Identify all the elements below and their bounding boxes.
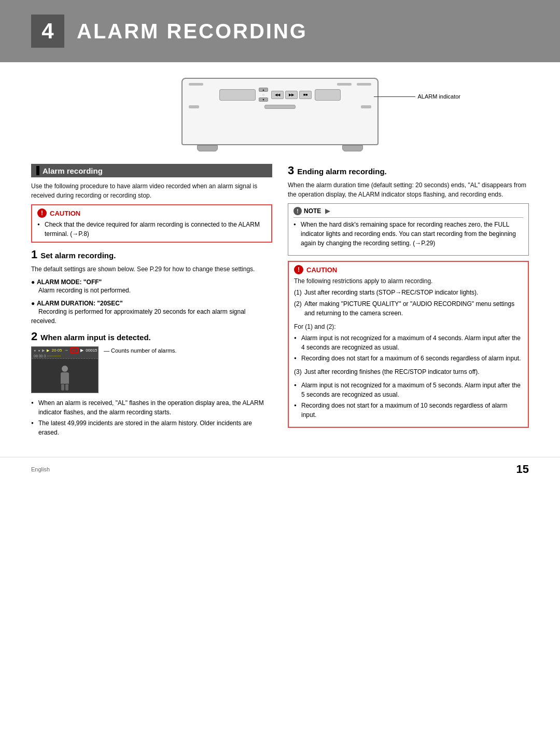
step2-label: When alarm input is detected. bbox=[40, 333, 151, 342]
step3-number: 3 bbox=[288, 164, 294, 177]
device-feet bbox=[181, 145, 379, 151]
page-content: ▲ ○ ▼ ◀◀ ▶▶ ■■ bbox=[0, 62, 560, 457]
for-1-2-bullet-2: Recording does not start for a maximum o… bbox=[294, 354, 523, 363]
for-1-2-bullets: Alarm input is not recognized for a maxi… bbox=[294, 333, 523, 363]
alarm-duration-bullet: ● bbox=[31, 300, 35, 307]
caution-list-1: Check that the device required for alarm… bbox=[37, 220, 266, 239]
caution2-item-3: (3) Just after recording finishes (the R… bbox=[294, 367, 523, 376]
alarm-mode-text: ALARM MODE: "OFF" bbox=[37, 278, 102, 286]
for-1-2-label: For (1) and (2): bbox=[294, 322, 523, 331]
step3-heading: 3 Ending alarm recording. bbox=[288, 164, 529, 177]
sil-legs bbox=[60, 384, 70, 390]
caution-label-1: CAUTION bbox=[50, 210, 80, 217]
caution-box-2: ! CAUTION The following restrictions app… bbox=[288, 261, 529, 428]
step2-bullets: When an alarm is received, "AL" flashes … bbox=[31, 398, 272, 437]
section-heading-text: Alarm recording bbox=[43, 166, 103, 175]
alarm-settings: ● ALARM MODE: "OFF" Alarm recording is n… bbox=[31, 278, 272, 326]
note-list: When the hard disk's remaining space for… bbox=[293, 220, 523, 248]
device-small-btn-left bbox=[189, 105, 199, 108]
right-column: 3 Ending alarm recording. When the alarm… bbox=[288, 164, 529, 433]
item3-bullet-2: Recording does not start for a maximum o… bbox=[294, 401, 523, 420]
note-icon: ! bbox=[293, 207, 302, 215]
step3-body: When the alarm duration time (default se… bbox=[288, 180, 529, 199]
step3-label: Ending alarm recording. bbox=[297, 167, 387, 176]
device-led-right2 bbox=[357, 83, 371, 86]
screen-body bbox=[32, 359, 98, 393]
caution2-text-3: Just after recording finishes (the REC/S… bbox=[304, 368, 479, 375]
step2-bullet-2: The latest 49,999 incidents are stored i… bbox=[31, 418, 272, 437]
caution-label-2: CAUTION bbox=[306, 266, 337, 274]
device-led-right1 bbox=[337, 83, 352, 86]
section-heading-alarm: Alarm recording bbox=[31, 164, 272, 177]
device-slot-right bbox=[315, 89, 341, 101]
counts-label-text: Counts number of alarms. bbox=[111, 347, 177, 354]
device-ctrl-btn2: ▶▶ bbox=[285, 91, 298, 99]
device-slot-left bbox=[219, 89, 256, 101]
caution-item-1: Check that the device required for alarm… bbox=[37, 220, 266, 239]
device-btn-group: ▲ ○ ▼ bbox=[259, 88, 268, 102]
screen-arrow: → bbox=[64, 348, 68, 353]
chapter-number: 4 bbox=[31, 15, 64, 48]
chapter-title: ALARM RECORDING bbox=[77, 20, 307, 43]
step2-heading: 2 When alarm input is detected. bbox=[31, 330, 272, 343]
page-header: 4 ALARM RECORDING bbox=[0, 0, 560, 62]
step2-number: 2 bbox=[31, 330, 37, 343]
screen-thumbnail: ● ● ▶ ▶ 20·05 → AL ▶ 00015 08·30·3 ·····… bbox=[31, 346, 99, 393]
section-heading-bar bbox=[36, 166, 39, 175]
step2-bullet-1: When an alarm is received, "AL" flashes … bbox=[31, 398, 272, 417]
caution2-item3-list: (3) Just after recording finishes (the R… bbox=[294, 367, 523, 376]
device-ctrl-btn1: ◀◀ bbox=[271, 91, 284, 99]
screen-time2: 08·30·3 bbox=[34, 354, 46, 358]
page-footer: English 15 bbox=[0, 457, 560, 481]
caution-box-1: ! CAUTION Check that the device required… bbox=[31, 204, 272, 243]
caution-heading-2: ! CAUTION bbox=[294, 265, 523, 274]
sil-body bbox=[61, 372, 69, 384]
footer-page-number: 15 bbox=[516, 463, 529, 476]
note-heading: ! NOTE ▶ bbox=[293, 207, 523, 218]
caution2-item-2: (2) After making "PICTURE QUALITY" or "A… bbox=[294, 299, 523, 318]
item3-bullets: Alarm input is not recognized for a maxi… bbox=[294, 381, 523, 420]
step1-label: Set alarm recording. bbox=[40, 251, 116, 260]
section-intro: Use the following procedure to have alar… bbox=[31, 181, 272, 200]
alarm-duration-label: ALARM DURATION: "20SEC" bbox=[37, 300, 123, 307]
device-foot-right bbox=[342, 145, 363, 151]
thumbnail-label: — Counts number of alarms. bbox=[104, 346, 177, 355]
caution2-numbered-list: (1) Just after recording starts (STOP→RE… bbox=[294, 288, 523, 318]
caution2-intro: The following restrictions apply to alar… bbox=[294, 276, 523, 286]
left-column: Alarm recording Use the following proced… bbox=[31, 164, 272, 441]
device-btn-up: ▲ bbox=[259, 88, 268, 92]
screen-count: 00015 bbox=[86, 348, 97, 353]
alarm-indicator-line bbox=[374, 96, 415, 97]
sil-head bbox=[62, 366, 68, 372]
caution-icon-1: ! bbox=[37, 208, 47, 218]
step1-number: 1 bbox=[31, 248, 37, 261]
caution2-num-2: (2) bbox=[294, 299, 302, 309]
caution2-num-1: (1) bbox=[294, 288, 302, 297]
device-small-btn-right bbox=[361, 105, 371, 108]
two-column-layout: Alarm recording Use the following proced… bbox=[31, 164, 529, 441]
item3-bullet-1: Alarm input is not recognized for a maxi… bbox=[294, 381, 523, 399]
sil-leg-right bbox=[65, 384, 68, 390]
caution2-item-1: (1) Just after recording starts (STOP→RE… bbox=[294, 288, 523, 297]
caution2-num-3: (3) bbox=[294, 367, 302, 376]
person-silhouette bbox=[60, 366, 70, 389]
screen-thumbnail-wrapper: ● ● ▶ ▶ 20·05 → AL ▶ 00015 08·30·3 ·····… bbox=[31, 346, 272, 393]
device-box: ▲ ○ ▼ ◀◀ ▶▶ ■■ bbox=[181, 78, 379, 145]
alarm-mode-label: ● bbox=[31, 278, 35, 286]
note-box: ! NOTE ▶ When the hard disk's remaining … bbox=[288, 203, 529, 256]
device-led-left bbox=[189, 83, 203, 86]
sil-leg-left bbox=[61, 384, 64, 390]
note-item-1: When the hard disk's remaining space for… bbox=[293, 220, 523, 248]
caution-heading-1: ! CAUTION bbox=[37, 208, 266, 218]
device-illustration: ▲ ○ ▼ ◀◀ ▶▶ ■■ bbox=[31, 78, 529, 151]
alarm-mode-item: ● ALARM MODE: "OFF" Alarm recording is n… bbox=[31, 278, 272, 295]
screen-time: 20·05 bbox=[51, 348, 62, 353]
screen-time2-bar: 08·30·3 ·············· bbox=[32, 354, 98, 359]
device-ctrl-group: ◀◀ ▶▶ ■■ bbox=[271, 91, 312, 99]
alarm-indicator-label: ALARM indicator bbox=[374, 93, 460, 100]
device-foot-left bbox=[197, 145, 218, 151]
alarm-indicator-text: ALARM indicator bbox=[417, 93, 460, 100]
alarm-duration-item: ● ALARM DURATION: "20SEC" Recording is p… bbox=[31, 299, 272, 326]
alarm-mode-desc: Alarm recording is not performed. bbox=[31, 287, 131, 294]
screen-top-bar: ● ● ▶ ▶ 20·05 → AL ▶ 00015 bbox=[32, 347, 98, 354]
